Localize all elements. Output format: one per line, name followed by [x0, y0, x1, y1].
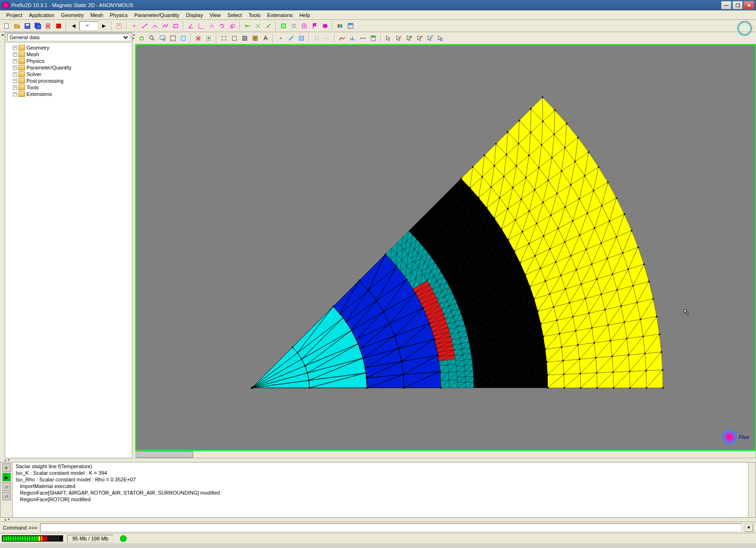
command-dropdown-icon[interactable]: ▾: [745, 523, 753, 532]
rotate-tool-icon[interactable]: [217, 21, 227, 31]
delete2-icon[interactable]: [194, 34, 203, 43]
chart-icon[interactable]: [348, 34, 357, 43]
new-icon[interactable]: [2, 21, 11, 31]
menu-tools[interactable]: Tools: [245, 11, 264, 19]
svg-rect-1169: [359, 348, 361, 349]
zoom-extents-icon[interactable]: [168, 34, 178, 43]
flag-tool-icon[interactable]: [310, 21, 319, 31]
refresh-icon[interactable]: [137, 34, 146, 43]
tree-item-geometry[interactable]: +Geometry: [7, 44, 130, 51]
zoom-icon[interactable]: [147, 34, 157, 43]
console-filter3-icon[interactable]: ▱: [2, 492, 11, 500]
mirror-tool-icon[interactable]: [207, 21, 216, 31]
maximize-button[interactable]: ❐: [732, 1, 743, 9]
point-tool-icon[interactable]: [129, 21, 139, 31]
tree-item-solver[interactable]: +Solver: [7, 71, 130, 77]
tree-item-tools[interactable]: +Tools: [7, 84, 130, 91]
menu-extensions[interactable]: Extensions: [264, 11, 296, 19]
disp-mesh-icon[interactable]: [250, 34, 260, 43]
minimize-button[interactable]: —: [721, 1, 731, 9]
tree-item-mesh[interactable]: +Mesh: [7, 51, 130, 58]
zoom-fit-icon[interactable]: [179, 34, 188, 43]
lines-tool-icon[interactable]: [289, 21, 299, 31]
console-run-icon[interactable]: ▶: [2, 473, 11, 481]
menu-select[interactable]: Select: [224, 11, 245, 19]
angle-tool-icon[interactable]: [186, 21, 196, 31]
line-tool-icon[interactable]: [140, 21, 149, 31]
menu-parameter[interactable]: Parameter/Quantity: [131, 11, 182, 19]
arc-tool-icon[interactable]: [150, 21, 160, 31]
disp-points-icon[interactable]: [219, 34, 229, 43]
sidebar-dropdown[interactable]: General data: [7, 34, 130, 41]
window-icon[interactable]: [346, 21, 355, 31]
tree-item-physics[interactable]: +Physics: [7, 58, 130, 64]
svg-rect-1249: [503, 176, 505, 177]
console-filter1-icon[interactable]: ≡: [2, 463, 11, 472]
menu-view[interactable]: View: [206, 11, 224, 19]
cursor3-icon[interactable]: [404, 34, 414, 43]
disp-lines-icon[interactable]: [230, 34, 239, 43]
back-icon[interactable]: ◄: [69, 21, 78, 31]
zoom-window-icon[interactable]: [158, 34, 167, 43]
splitter-horizontal-2[interactable]: ▲▼: [0, 518, 756, 522]
rect-tool-icon[interactable]: [171, 21, 180, 31]
meas-icon[interactable]: [358, 34, 368, 43]
forward-icon[interactable]: ►: [99, 21, 109, 31]
viewport[interactable]: ↖ Flux: [135, 44, 756, 451]
pick-face-icon[interactable]: [297, 34, 306, 43]
sel-tool1-icon[interactable]: [312, 34, 321, 43]
delete-icon[interactable]: [43, 21, 53, 31]
disp-label-icon[interactable]: A: [261, 34, 270, 43]
splitter-horizontal[interactable]: ▲▼: [0, 458, 756, 462]
cursor1-icon[interactable]: [384, 34, 393, 43]
graph-icon[interactable]: [337, 34, 347, 43]
polyline-tool-icon[interactable]: [161, 21, 170, 31]
tree-item-parameter[interactable]: +Parameter/Quantity: [7, 64, 130, 71]
snap2-icon[interactable]: [253, 21, 263, 31]
add-icon[interactable]: [204, 34, 214, 43]
sidebar: General data +Geometry +Mesh +Physics +P…: [5, 32, 132, 458]
snap3-icon[interactable]: [264, 21, 273, 31]
cursor6-icon[interactable]: [436, 34, 445, 43]
menu-mesh[interactable]: Mesh: [87, 11, 106, 19]
snap1-icon[interactable]: [243, 21, 252, 31]
console-scrollbar[interactable]: [748, 462, 756, 517]
tree-item-extensions[interactable]: +Extensions: [7, 91, 130, 97]
pick-point-icon[interactable]: [276, 34, 285, 43]
save-all-icon[interactable]: [33, 21, 43, 31]
sidebar-collapse[interactable]: ◄: [0, 32, 5, 458]
horizontal-scrollbar[interactable]: [135, 451, 756, 458]
disp-faces-icon[interactable]: [240, 34, 249, 43]
save-icon[interactable]: [23, 21, 32, 31]
menu-display[interactable]: Display: [183, 11, 206, 19]
menu-project[interactable]: Project: [3, 11, 26, 19]
menu-physics[interactable]: Physics: [106, 11, 131, 19]
console-filter2-icon[interactable]: ▱: [2, 482, 11, 491]
cursor2-icon[interactable]: [394, 34, 404, 43]
stop-icon[interactable]: [54, 21, 63, 31]
cursor4-icon[interactable]: [415, 34, 424, 43]
console: ≡ ▶ ▱ ▱ Saclar staight line f(Temperatur…: [0, 462, 756, 518]
flux-logo: Flux: [722, 430, 749, 444]
command-input[interactable]: [40, 523, 742, 532]
palette-icon[interactable]: [335, 21, 345, 31]
undo-icon[interactable]: [79, 21, 98, 31]
close-button[interactable]: ✕: [744, 1, 754, 9]
svg-rect-1235: [579, 359, 580, 360]
calc-icon[interactable]: [369, 34, 378, 43]
svg-rect-1310: [645, 370, 647, 371]
fill-tool-icon[interactable]: [300, 21, 309, 31]
pick-edge-icon[interactable]: [286, 34, 296, 43]
scale-tool-icon[interactable]: [228, 21, 237, 31]
region-tool-icon[interactable]: [279, 21, 288, 31]
script-icon[interactable]: [114, 21, 124, 31]
menu-geometry[interactable]: Geometry: [58, 11, 87, 19]
menu-application[interactable]: Application: [26, 11, 58, 19]
coord-tool-icon[interactable]: [197, 21, 206, 31]
tree-item-postproc[interactable]: +Post processing: [7, 77, 130, 84]
sel-tool2-icon[interactable]: [322, 34, 332, 43]
open-icon[interactable]: [12, 21, 22, 31]
layers-tool-icon[interactable]: [320, 21, 330, 31]
menu-help[interactable]: Help: [296, 11, 313, 19]
cursor5-icon[interactable]: xy: [425, 34, 435, 43]
